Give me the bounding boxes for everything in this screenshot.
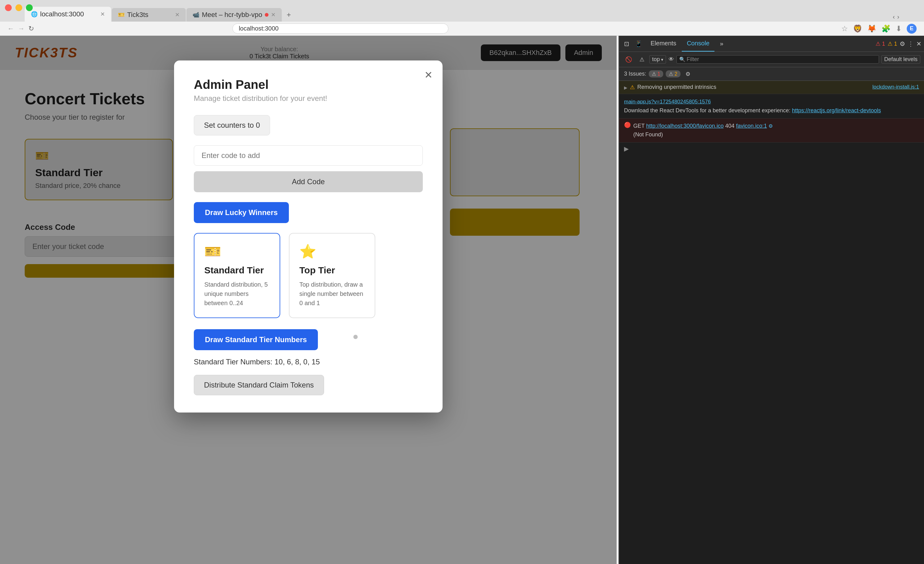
tab-scroll-controls: ‹ ›	[893, 13, 899, 22]
warning-arrow: ▶	[624, 85, 627, 90]
console-filter-btn[interactable]: ⚠	[637, 55, 647, 64]
react-link-file[interactable]: main-app.js?v=1725480245805:1576	[624, 99, 711, 105]
tab-close-localhost[interactable]: ✕	[100, 11, 105, 18]
log-entry-favicon-error[interactable]: 🔴 GET http://localhost:3000/favicon.ico …	[619, 118, 924, 143]
back-button[interactable]: ←	[8, 25, 14, 33]
minimize-window-button[interactable]	[15, 4, 22, 11]
close-window-button[interactable]	[5, 4, 12, 11]
address-bar-row: ← → ↻ localhost:3000 ☆ 🦁 🦊 🧩 ⬇ E	[0, 22, 924, 36]
tab-title-tick3ts: Tick3ts	[127, 11, 172, 19]
devtools-right-icons: ⚠ 1 ⚠ 1 ⚙ ⋮ ✕	[876, 40, 921, 48]
tab-localhost[interactable]: 🌐 localhost:3000 ✕	[25, 7, 111, 22]
error-icon: 🔴	[624, 122, 631, 128]
error-text-favicon: GET http://localhost:3000/favicon.ico 40…	[633, 122, 919, 140]
devtools-device-icon[interactable]: 📱	[632, 38, 645, 50]
address-bar[interactable]: localhost:3000	[232, 24, 448, 34]
tab-console[interactable]: Console	[682, 36, 714, 51]
tab-elements[interactable]: Elements	[646, 36, 681, 51]
new-tab-button[interactable]: +	[282, 8, 296, 22]
add-code-button[interactable]: Add Code	[194, 171, 423, 192]
issues-label: 3 Issues:	[624, 70, 646, 77]
standard-tier-name: Standard Tier	[204, 265, 270, 276]
recording-dot	[265, 13, 268, 16]
issues-badge-red[interactable]: ⚠ 1	[649, 70, 663, 78]
top-tier-card[interactable]: ⭐ Top Tier Top distribution, draw a sing…	[289, 233, 375, 318]
settings-link-icon[interactable]: ⚙	[768, 123, 773, 129]
top-tier-name: Top Tier	[299, 265, 365, 276]
tab-scroll-right[interactable]: ›	[897, 13, 899, 20]
tier-cards-row: 🎫 Standard Tier Standard distribution, 5…	[194, 233, 423, 318]
window-controls	[5, 4, 33, 11]
filter-icon: 🔍	[679, 57, 686, 62]
standard-tier-desc: Standard distribution, 5 unique numbers …	[204, 280, 270, 308]
modal-close-button[interactable]: ✕	[424, 69, 433, 81]
tab-close-tick3ts[interactable]: ✕	[175, 11, 180, 18]
console-clear-btn[interactable]: 🚫	[623, 55, 634, 64]
favicon-url[interactable]: http://localhost:3000/favicon.ico	[646, 123, 724, 129]
eye-icon[interactable]: 👁	[669, 56, 674, 63]
tab-bar: 🌐 localhost:3000 ✕ 🎫 Tick3ts ✕ 📹 Meet – …	[0, 0, 924, 22]
profile-avatar[interactable]: E	[907, 24, 916, 34]
devtools-menu-icon[interactable]: ⋮	[908, 40, 914, 48]
set-counters-button[interactable]: Set counters to 0	[194, 115, 270, 135]
devtools-warn-count: ⚠ 1	[888, 40, 897, 47]
brave-icon[interactable]: 🦁	[853, 24, 862, 33]
issues-badge-yellow[interactable]: ⚠ 2	[666, 70, 680, 78]
devtools-error-count: ⚠ 1	[876, 40, 885, 47]
console-log: ▶ ⚠ Removing unpermitted intrinsics lock…	[619, 81, 924, 564]
download-icon[interactable]: ⬇	[896, 24, 902, 33]
devtools-tab-bar: ⊡ 📱 Elements Console » ⚠ 1 ⚠ 1 ⚙ ⋮ ✕	[619, 36, 924, 52]
draw-winners-button[interactable]: Draw Lucky Winners	[194, 202, 289, 223]
log-entry-removing[interactable]: ▶ ⚠ Removing unpermitted intrinsics lock…	[619, 81, 924, 94]
console-toolbar: 🚫 ⚠ top ▾ 👁 🔍 Filter Default levels	[619, 52, 924, 67]
warning-icon: ⚠	[630, 84, 635, 91]
page-area: TICK3TS Your balance: 0 Tick3t Claim Tic…	[0, 36, 616, 564]
devtools-close-icon[interactable]: ✕	[916, 40, 921, 48]
tab-meet[interactable]: 📹 Meet – hcr-tybb-vpo ✕	[186, 8, 282, 22]
code-input[interactable]	[194, 146, 423, 166]
tab-tick3ts[interactable]: 🎫 Tick3ts ✕	[112, 8, 186, 22]
draw-standard-button[interactable]: Draw Standard Tier Numbers	[194, 329, 318, 350]
top-tier-desc: Top distribution, draw a single number b…	[299, 280, 365, 308]
maximize-window-button[interactable]	[26, 4, 33, 11]
devtools-panel: ⊡ 📱 Elements Console » ⚠ 1 ⚠ 1 ⚙ ⋮ ✕ 🚫 ⚠…	[618, 36, 924, 564]
log-entry-react[interactable]: main-app.js?v=1725480245805:1576 Downloa…	[619, 94, 924, 118]
favicon-link[interactable]: favicon.ico:1	[736, 123, 767, 129]
issues-settings-icon[interactable]: ⚙	[686, 70, 690, 78]
extension-icon[interactable]: 🧩	[881, 24, 891, 33]
tab-favicon-meet: 📹	[193, 11, 200, 18]
devtools-inspect-icon[interactable]: ⊡	[621, 38, 632, 50]
issues-bar: 3 Issues: ⚠ 1 ⚠ 2 ⚙	[619, 67, 924, 81]
standard-tier-card[interactable]: 🎫 Standard Tier Standard distribution, 5…	[194, 233, 280, 318]
top-dropdown-icon: ▾	[661, 57, 663, 62]
forward-button[interactable]: →	[18, 25, 25, 33]
reload-button[interactable]: ↻	[28, 25, 34, 33]
distribute-button[interactable]: Distribute Standard Claim Tokens	[194, 375, 324, 395]
admin-modal: Admin Panel ✕ Manage ticket distribution…	[174, 60, 442, 412]
levels-selector[interactable]: Default levels	[881, 55, 920, 63]
top-tier-icon: ⭐	[299, 243, 365, 260]
top-label: top	[652, 56, 660, 63]
tab-more[interactable]: »	[715, 36, 728, 51]
devtools-settings-icon[interactable]: ⚙	[900, 40, 905, 48]
modal-subtitle: Manage ticket distribution for your even…	[194, 94, 423, 103]
modal-title: Admin Panel	[194, 78, 423, 92]
tab-title-meet: Meet – hcr-tybb-vpo	[202, 11, 262, 19]
react-link-url[interactable]: https://reactjs.org/link/react-devtools	[792, 107, 881, 114]
tab-favicon-tick3ts: 🎫	[118, 11, 124, 18]
tab-close-meet[interactable]: ✕	[271, 11, 276, 18]
filter-label: Filter	[687, 56, 699, 63]
standard-tier-icon: 🎫	[204, 243, 270, 260]
metamask-icon[interactable]: 🦊	[867, 24, 876, 33]
bookmark-icon[interactable]: ☆	[841, 24, 848, 33]
toolbar-icons: ☆ 🦁 🦊 🧩 ⬇ E	[841, 24, 916, 34]
modal-overlay: Admin Panel ✕ Manage ticket distribution…	[0, 36, 616, 564]
log-link-removing[interactable]: lockdown-install.js:1	[873, 84, 919, 90]
filter-container: 🔍 Filter	[676, 55, 879, 63]
tab-scroll-left[interactable]: ‹	[893, 13, 895, 20]
address-text: localhost:3000	[239, 25, 279, 32]
tab-title-localhost: localhost:3000	[40, 10, 98, 18]
tab-favicon-localhost: 🌐	[31, 11, 38, 18]
top-context-selector[interactable]: top ▾	[650, 55, 666, 63]
log-expand-arrow[interactable]: ▶	[619, 142, 924, 155]
